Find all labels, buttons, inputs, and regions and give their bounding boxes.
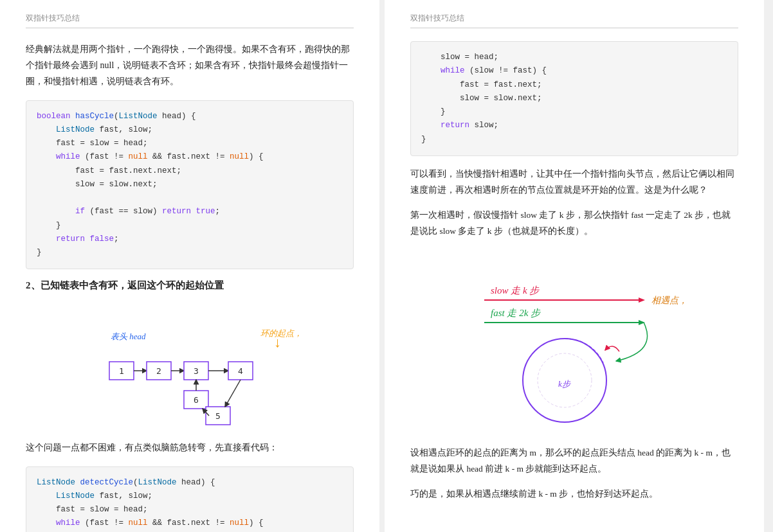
right-text-1: 可以看到，当快慢指针相遇时，让其中任一个指针指向头节点，然后让它俩以相同速度前进…: [410, 166, 738, 199]
svg-text:表头 head: 表头 head: [111, 332, 146, 341]
pages-container: 双指针技巧总结 经典解法就是用两个指针，一个跑得快，一个跑得慢。如果不含有环，跑…: [0, 0, 773, 532]
svg-text:相遇点，: 相遇点，: [651, 296, 687, 305]
code-block-2: ListNode detectCycle(ListNode head) { Li…: [26, 466, 354, 533]
page-header-right: 双指针技巧总结: [410, 13, 738, 28]
svg-text:k步: k步: [558, 379, 571, 389]
right-text-4: 巧的是，如果从相遇点继续前进 k - m 步，也恰好到达环起点。: [410, 486, 738, 502]
right-text-3: 设相遇点距环的起点的距离为 m，那么环的起点距头结点 head 的距离为 k -…: [410, 445, 738, 477]
svg-text:6: 6: [194, 395, 199, 405]
svg-text:2: 2: [156, 366, 161, 376]
intro-text-left: 经典解法就是用两个指针，一个跑得快，一个跑得慢。如果不含有环，跑得快的那个指针最…: [26, 41, 354, 90]
svg-text:4: 4: [238, 366, 243, 376]
section2-intro: 这个问题一点都不困难，有点类似脑筋急转弯，先直接看代码：: [26, 439, 354, 456]
svg-line-18: [225, 380, 241, 407]
page-right: 双指针技巧总结 slow = head; while (slow != fast…: [385, 0, 764, 532]
svg-text:↓: ↓: [274, 334, 281, 350]
right-text-2: 第一次相遇时，假设慢指针 slow 走了 k 步，那么快指针 fast 一定走了…: [410, 208, 738, 240]
svg-text:fast 走 2k 步: fast 走 2k 步: [491, 308, 541, 318]
svg-marker-23: [639, 297, 645, 303]
svg-text:3: 3: [194, 366, 199, 376]
page-header-left: 双指针技巧总结: [26, 13, 354, 28]
section2-title: 2、已知链表中含有环，返回这个环的起始位置: [26, 279, 354, 292]
code-block-right: slow = head; while (slow != fast) { fast…: [410, 41, 738, 156]
page-left: 双指针技巧总结 经典解法就是用两个指针，一个跑得快，一个跑得慢。如果不含有环，跑…: [0, 0, 379, 532]
svg-text:1: 1: [119, 366, 124, 376]
code-block-1: boolean hasCycle(ListNode head) { ListNo…: [26, 100, 354, 270]
svg-text:slow 走 k 步: slow 走 k 步: [491, 285, 540, 296]
svg-text:环的起点，: 环的起点，: [260, 328, 302, 338]
linked-list-diagram: 表头 head 环的起点， ↓ 1 2 3: [26, 307, 354, 429]
circle-diagram: slow 走 k 步 fast 走 2k 步 相遇点， k步: [410, 255, 738, 435]
svg-text:5: 5: [215, 411, 221, 421]
